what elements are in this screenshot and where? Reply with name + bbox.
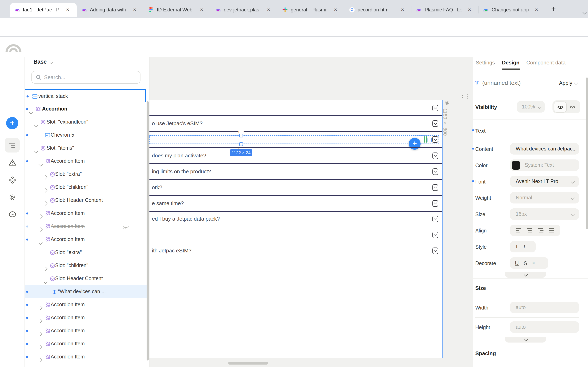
tab-close-icon[interactable]: × [468,7,471,13]
node-label[interactable]: Slot: "children" [55,184,88,190]
outline-row[interactable]: Accordion [25,102,146,115]
accordion-chevron-button[interactable] [432,120,438,127]
outline-row[interactable]: vertical stack [25,89,146,102]
accordion-chevron-button[interactable] [432,216,438,222]
accordion-chevron-button[interactable] [432,232,438,238]
resize-handle-top[interactable] [239,134,243,137]
inspector-tab-component-data[interactable]: Component data [526,59,566,66]
node-label[interactable]: "What devices can ... [58,289,106,294]
accordion-question-text[interactable]: does my plan activate? [152,152,206,158]
outline-row[interactable]: Accordion Item [25,233,146,246]
resize-handle-bottom[interactable] [239,142,243,146]
node-expand-chevron-icon[interactable] [39,212,42,219]
accordion-question-text[interactable]: ing limits on the product? [152,168,211,174]
accordion-chevron-button[interactable] [432,152,438,159]
browser-tab[interactable]: Gaccordion html -× [345,3,412,17]
node-label[interactable]: Slot: Header Content [55,276,103,281]
tab-search-chevron-icon[interactable] [583,8,586,15]
node-label[interactable]: Slot: Header Content [55,197,103,203]
node-expand-chevron-icon[interactable] [44,199,47,206]
node-label[interactable]: Slot: "items" [47,145,74,151]
outline-row[interactable]: Slot: "children" [25,181,146,194]
outline-row[interactable]: Slot: "items" [25,142,146,155]
inspector-scrollbar[interactable] [586,77,588,229]
node-label[interactable]: Slot: "expandIcon" [47,119,88,125]
tab-close-icon[interactable]: × [334,7,337,13]
no-decoration-icon[interactable]: × [532,260,535,266]
outline-row[interactable]: Accordion Item [25,298,146,311]
outline-row[interactable]: T"What devices can ... [25,285,147,298]
insert-plus-button[interactable]: + [6,117,18,129]
frame-settings-gear-icon[interactable] [444,100,450,106]
node-expand-chevron-icon[interactable] [44,264,47,272]
inspector-tab-design[interactable]: Design [502,59,520,66]
tab-close-icon[interactable]: × [401,7,404,13]
node-label[interactable]: Accordion Item [51,210,85,216]
search-input[interactable]: Search... [31,71,140,83]
outline-scrollbar[interactable] [147,101,149,360]
node-label[interactable]: Accordion Item [51,341,85,347]
style-normal-icon[interactable]: I [516,243,518,250]
browser-tab[interactable]: ID External Web× [144,3,211,17]
node-label[interactable]: Slot: "children" [55,263,88,268]
chat-icon[interactable] [9,211,16,218]
browser-tab[interactable]: dev-jetpack.plas× [211,3,278,17]
outline-row[interactable]: Slot: Header Content [25,194,146,207]
eye-closed-icon[interactable] [569,105,576,109]
outline-row[interactable]: Accordion Item [25,324,146,337]
component-frame[interactable]: o use Jetpac’s eSIM?1122 × 24+does my pl… [149,100,443,358]
size-section-expander[interactable] [505,337,546,342]
node-expand-chevron-icon[interactable] [34,147,37,154]
tab-close-icon[interactable]: × [133,7,136,13]
node-label[interactable]: Slot: "extra" [55,250,82,255]
tab-close-icon[interactable]: × [535,7,538,13]
components-icon[interactable] [9,176,16,184]
outline-row[interactable]: Accordion Item [25,220,146,233]
node-expand-chevron-icon[interactable] [44,173,47,180]
font-select[interactable]: Avenir Next LT Pro [510,176,579,187]
variant-chevron-icon[interactable] [49,60,53,64]
accordion-chevron-button[interactable] [432,168,438,175]
accordion-chevron-button[interactable] [432,105,438,111]
variant-selector[interactable]: Base [34,59,47,65]
node-expand-chevron-icon[interactable] [39,225,42,233]
outline-row[interactable]: Slot: "children" [25,259,146,272]
new-tab-button[interactable]: + [551,5,556,13]
outline-row[interactable]: Chevron 5 [25,128,146,142]
browser-tab[interactable]: faq1 - JetPac - P× [10,3,77,17]
text-section-expander[interactable] [505,272,546,278]
hidden-eye-icon[interactable] [122,224,129,229]
node-expand-chevron-icon[interactable] [39,160,42,167]
node-label[interactable]: Chevron 5 [51,132,74,138]
tab-close-icon[interactable]: × [200,7,203,13]
accordion-question-text[interactable]: ith Jetpac eSIM? [152,248,191,254]
width-field[interactable]: auto [510,302,579,313]
node-expand-chevron-icon[interactable] [44,277,47,285]
align-justify-icon[interactable] [549,228,554,233]
node-label[interactable]: Accordion Item [51,315,85,320]
content-field[interactable]: What devices can Jetpac... [510,143,579,155]
style-italic-icon[interactable]: I [523,243,525,250]
underline-icon[interactable]: U [515,260,519,266]
apply-button[interactable]: Apply [559,80,572,86]
settings-gear-icon[interactable] [9,194,16,201]
frame-options-icon[interactable] [462,94,467,99]
node-label[interactable]: Accordion [42,106,67,112]
node-label[interactable]: Accordion Item [51,354,85,360]
node-expand-chevron-icon[interactable] [34,121,37,128]
outline-tab-button[interactable] [5,138,20,152]
node-expand-chevron-icon[interactable] [44,186,47,193]
browser-tab[interactable]: Adding data with× [77,3,144,17]
outline-row[interactable]: Slot: "extra" [25,246,146,259]
accordion-question-text[interactable]: ed I buy a Jetpac data pack? [152,216,220,222]
outline-row[interactable]: Accordion Item [25,155,146,167]
outline-row[interactable]: Accordion Item [25,337,146,350]
node-label[interactable]: Accordion Item [51,302,85,308]
node-expand-chevron-icon[interactable] [39,329,42,337]
spacing-handle-top[interactable] [238,131,244,133]
node-label[interactable]: Slot: "extra" [55,171,82,177]
node-expand-chevron-icon[interactable] [39,317,42,324]
node-label[interactable]: Accordion Item [51,236,85,242]
outline-row[interactable]: Slot: "expandIcon" [25,115,146,128]
accordion-question-text[interactable]: o use Jetpac’s eSIM? [152,120,203,127]
